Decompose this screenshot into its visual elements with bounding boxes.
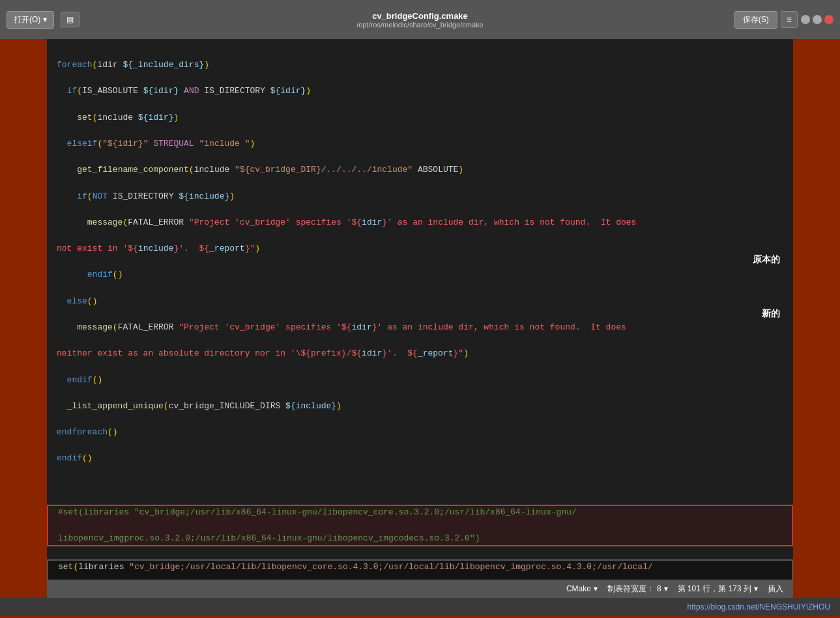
statusbar-position: 第 101 行，第 173 列 ▾ <box>678 583 758 595</box>
titlebar: 打开(O) ▾ ▤ cv_bridgeConfig.cmake /opt/ros… <box>0 0 840 39</box>
tab-width-label: 制表符宽度： <box>607 583 654 595</box>
filename-title: cv_bridgeConfig.cmake <box>356 11 483 21</box>
lang-label: CMake <box>566 584 591 593</box>
maximize-button[interactable] <box>813 15 822 24</box>
menu-button[interactable]: ≡ <box>781 11 798 28</box>
annotation-original: 原本的 <box>753 254 780 266</box>
titlebar-right: 保存(S) ≡ <box>734 11 833 29</box>
lang-dropdown-arrow[interactable]: ▾ <box>594 584 598 593</box>
code-area[interactable]: foreach(idir ${_include_dirs}) if(IS_ABS… <box>47 42 793 580</box>
minimize-button[interactable] <box>801 15 810 24</box>
highlighted-dark-block: set(libraries "cv_bridge;/usr/local/lib/… <box>47 559 793 580</box>
tab-width-arrow[interactable]: ▾ <box>664 584 668 593</box>
filepath-subtitle: /opt/ros/melodic/share/cv_bridge/cmake <box>356 21 483 29</box>
annotation-new: 新的 <box>762 308 780 320</box>
close-button[interactable] <box>824 15 833 24</box>
highlighted-red-block: #set(libraries "cv_bridge;/usr/lib/x86_6… <box>47 505 793 546</box>
open-button[interactable]: 打开(O) ▾ <box>7 11 54 29</box>
position-arrow[interactable]: ▾ <box>754 584 758 593</box>
document-icon: ▤ <box>66 15 74 24</box>
statusbar-lang: CMake ▾ <box>566 584 598 593</box>
cursor-position: 第 101 行，第 173 列 <box>678 583 751 595</box>
save-button[interactable]: 保存(S) <box>734 11 777 29</box>
titlebar-center: cv_bridgeConfig.cmake /opt/ros/melodic/s… <box>356 11 483 29</box>
tab-width-value: 8 <box>657 584 661 593</box>
window-controls <box>801 15 833 24</box>
url-label: https://blog.csdn.net/NENGSHUIYIZHOU <box>688 602 830 611</box>
statusbar-tabwidth: 制表符宽度： 8 ▾ <box>607 583 668 595</box>
icon-button-1[interactable]: ▤ <box>61 12 80 27</box>
open-label: 打开(O) <box>14 14 40 25</box>
edit-mode: 插入 <box>768 583 783 595</box>
editor: foreach(idir ${_include_dirs}) if(IS_ABS… <box>47 39 793 580</box>
statusbar: CMake ▾ 制表符宽度： 8 ▾ 第 101 行，第 173 列 ▾ 插入 <box>47 580 793 598</box>
open-arrow-icon: ▾ <box>43 15 47 24</box>
urlbar: https://blog.csdn.net/NENGSHUIYIZHOU <box>0 598 840 616</box>
statusbar-mode: 插入 <box>768 583 783 595</box>
